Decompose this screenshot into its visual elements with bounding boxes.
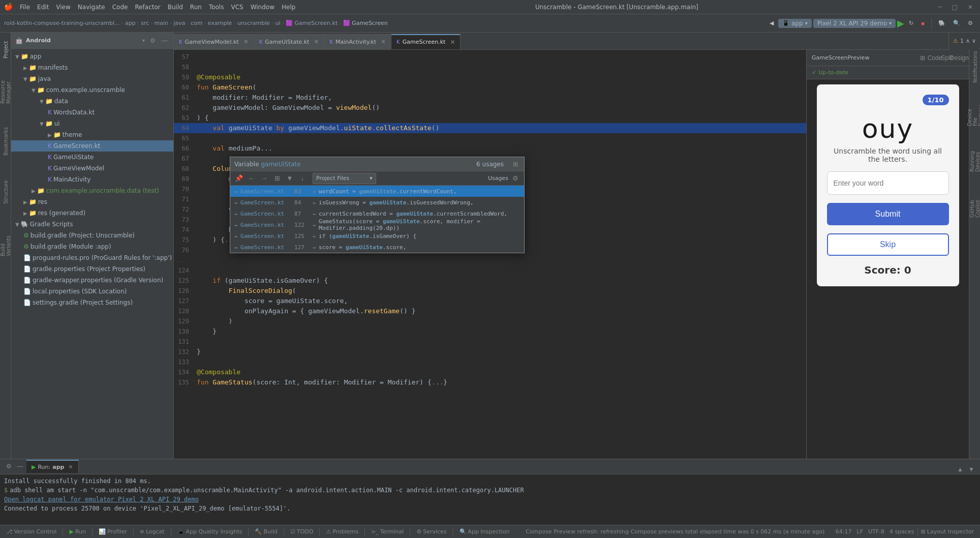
bottom-panel-down-arrow[interactable]: ▼ <box>967 465 976 474</box>
status-build[interactable]: 🔨 Build <box>253 525 280 538</box>
settings-button[interactable]: ⚙ <box>965 17 976 30</box>
tree-item-gameuistate[interactable]: K GameUiState <box>11 152 173 163</box>
tab-mainactivity[interactable]: K MainActivity.kt ✕ <box>324 34 391 49</box>
sidebar-tab-structure[interactable]: Structure <box>1 177 11 207</box>
breadcrumb-src[interactable]: src <box>141 20 149 26</box>
menu-code[interactable]: Code <box>109 3 131 12</box>
bottom-panel-close[interactable]: — <box>15 462 24 471</box>
menu-help[interactable]: Help <box>279 3 298 12</box>
tab-close-button[interactable]: ✕ <box>450 39 455 46</box>
preview-submit-button[interactable]: Submit <box>827 203 949 225</box>
tab-close-button[interactable]: ✕ <box>381 38 386 45</box>
menu-file[interactable]: File <box>17 3 33 12</box>
bottom-panel-up-arrow[interactable]: ▲ <box>956 465 965 474</box>
preview-design-button[interactable]: Design <box>955 53 964 63</box>
tree-item-gradle-scripts[interactable]: ▼ 🐘 Gradle Scripts <box>11 219 173 230</box>
tree-item-res-generated[interactable]: ▶ 📁 res (generated) <box>11 207 173 219</box>
maximize-button[interactable]: □ <box>949 4 961 11</box>
breadcrumb-app[interactable]: app <box>125 20 136 26</box>
status-version-control[interactable]: ⎇ Version Control <box>4 525 58 538</box>
status-logcat[interactable]: ≡ Logcat <box>138 525 167 538</box>
status-app-quality[interactable]: 📱 App Quality Insights <box>175 525 244 538</box>
status-run[interactable]: ▶ Run <box>67 525 88 538</box>
preview-code-button[interactable]: Code <box>930 53 939 63</box>
sidebar-tab-github-copilot[interactable]: GitHub Copilot <box>970 189 980 220</box>
stop-button[interactable]: ■ <box>918 17 928 30</box>
sidebar-tab-bookmarks[interactable]: Bookmarks <box>1 126 11 157</box>
menu-navigate[interactable]: Navigate <box>75 3 108 12</box>
popup-result-item[interactable]: ↔ GameScreen.kt 127 ↔ score = gameUiStat… <box>230 242 524 253</box>
sidebar-tab-running-devices[interactable]: Running Devices <box>970 143 980 174</box>
tree-item-wordsdata[interactable]: K WordsData.kt <box>11 107 173 118</box>
device-dropdown-icon[interactable]: ▾ <box>889 20 892 26</box>
popup-prev-button[interactable]: ← <box>246 173 257 184</box>
breadcrumb-gamescreen-file[interactable]: 🟪 GameScreen.kt <box>286 20 338 26</box>
tree-item-gamescreen[interactable]: K GameScreen.kt <box>11 140 173 152</box>
popup-scope-dropdown[interactable]: Project Files ▾ <box>313 173 376 184</box>
bottom-panel-settings[interactable]: ⚙ <box>4 462 13 471</box>
gradle-sync-button[interactable]: 🐘 <box>935 17 948 30</box>
status-terminal[interactable]: >_ Terminal <box>369 525 406 538</box>
run-config-dropdown-icon[interactable]: ▾ <box>805 20 808 26</box>
code-editor[interactable]: 57 58 59 @Composable 60 fun GameScreen( <box>174 50 806 459</box>
status-indent[interactable]: 4 spaces <box>887 528 916 535</box>
tree-item-local-props[interactable]: 📄 local.properties (SDK Location) <box>11 286 173 297</box>
breadcrumb-java[interactable]: java <box>173 20 185 26</box>
popup-import-button[interactable]: ↓ <box>297 173 308 184</box>
tree-item-build-gradle-module[interactable]: ⚙ build.gradle (Module :app) <box>11 241 173 252</box>
tree-item-build-gradle-project[interactable]: ⚙ build.gradle (Project: Unscramble) <box>11 230 173 241</box>
menu-tools[interactable]: Tools <box>206 3 227 12</box>
tree-item-mainactivity[interactable]: K MainActivity <box>11 174 173 185</box>
popup-result-item[interactable]: ↔ GameScreen.kt 122 ↔ GameStatus(score =… <box>230 219 524 230</box>
status-cursor-position[interactable]: 64:17 <box>834 528 854 535</box>
refresh-button[interactable]: ↻ <box>906 17 916 30</box>
status-app-inspection[interactable]: 🔍 App Inspection <box>457 525 512 538</box>
navigate-back-button[interactable]: ◀ <box>767 17 777 30</box>
breadcrumb-gamescreen-class[interactable]: 🟪 GameScreen <box>343 20 388 26</box>
breadcrumb-unscramble[interactable]: unscramble <box>237 20 270 26</box>
breadcrumb-com[interactable]: com <box>191 20 203 26</box>
tree-item-pkg-test[interactable]: ▶ 📁 com.example.unscramble.data (test) <box>11 185 173 196</box>
minimize-button[interactable]: ─ <box>935 4 944 11</box>
preview-word-input[interactable] <box>827 171 949 195</box>
status-line-endings[interactable]: LF <box>855 528 865 535</box>
sidebar-tab-resource-manager[interactable]: Resource Manager <box>1 75 11 106</box>
menu-refactor[interactable]: Refactor <box>132 3 163 12</box>
menu-vcs[interactable]: VCS <box>228 3 246 12</box>
preview-skip-button[interactable]: Skip <box>827 233 949 256</box>
panel-settings-button[interactable]: ⚙ <box>148 36 157 45</box>
tree-item-res[interactable]: ▶ 📁 res <box>11 196 173 207</box>
tab-gameviewmodel[interactable]: K GameViewModel.kt ✕ <box>174 34 254 49</box>
run-tab-close[interactable]: ✕ <box>68 464 73 470</box>
tree-item-data[interactable]: ▼ 📁 data <box>11 96 173 107</box>
popup-result-item[interactable]: ↔ GameScreen.kt 87 ↔ currentScrambledWor… <box>230 208 524 219</box>
menu-window[interactable]: Window <box>248 3 278 12</box>
breadcrumb-example[interactable]: example <box>208 20 232 26</box>
sidebar-tab-project[interactable]: Project <box>1 35 11 65</box>
run-button[interactable]: ▶ <box>897 18 904 29</box>
search-everywhere-button[interactable]: 🔍 <box>950 17 963 30</box>
sidebar-tab-build-variants[interactable]: Build Variants <box>1 228 11 258</box>
popup-next-button[interactable]: → <box>259 173 270 184</box>
popup-settings-button[interactable]: ⚙ <box>510 173 521 184</box>
breadcrumb-ui[interactable]: ui <box>275 20 281 26</box>
breadcrumb-project[interactable]: roid-kotlin-compose-training-unscrambl..… <box>4 20 120 26</box>
close-button[interactable]: ✕ <box>965 4 976 11</box>
preview-layout-button[interactable]: ⊞ <box>918 53 927 63</box>
breadcrumb-main[interactable]: main <box>155 20 168 26</box>
apple-icon[interactable]: 🍎 <box>4 3 13 12</box>
tab-gameuistate[interactable]: K GameUiState.kt ✕ <box>254 34 325 49</box>
menu-edit[interactable]: Edit <box>34 3 52 12</box>
warning-up-arrow[interactable]: ∧ <box>966 38 970 44</box>
tree-item-pkg-main[interactable]: ▼ 📁 com.example.unscramble <box>11 84 173 96</box>
tab-gamescreen[interactable]: K GameScreen.kt ✕ <box>391 34 461 49</box>
tree-item-ui[interactable]: ▼ 📁 ui <box>11 118 173 129</box>
tree-item-gradle-wrapper[interactable]: 📄 gradle-wrapper.properties (Gradle Vers… <box>11 275 173 286</box>
tree-item-theme[interactable]: ▶ 📁 theme <box>11 129 173 140</box>
sidebar-tab-notifications[interactable]: Notifications <box>970 52 980 82</box>
menu-run[interactable]: Run <box>187 3 205 12</box>
popup-result-item[interactable]: ↔ GameScreen.kt 84 ↔ isGuessWrong = game… <box>230 197 524 208</box>
panel-dropdown-icon[interactable]: ▾ <box>142 38 145 43</box>
tree-item-manifests[interactable]: ▶ 📁 manifests <box>11 62 173 73</box>
tree-item-app[interactable]: ▼ 📁 app <box>11 51 173 62</box>
